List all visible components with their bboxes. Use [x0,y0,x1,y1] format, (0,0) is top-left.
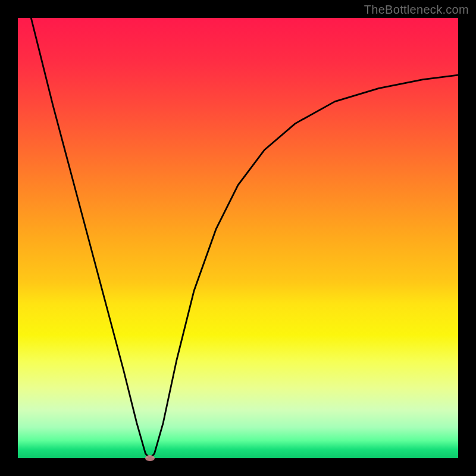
plot-area [18,18,458,458]
watermark-text: TheBottleneck.com [364,3,469,17]
bottleneck-chart: TheBottleneck.com [0,0,476,476]
curve-layer [18,18,458,458]
bottleneck-curve [31,18,458,458]
optimal-point-marker [145,455,155,461]
